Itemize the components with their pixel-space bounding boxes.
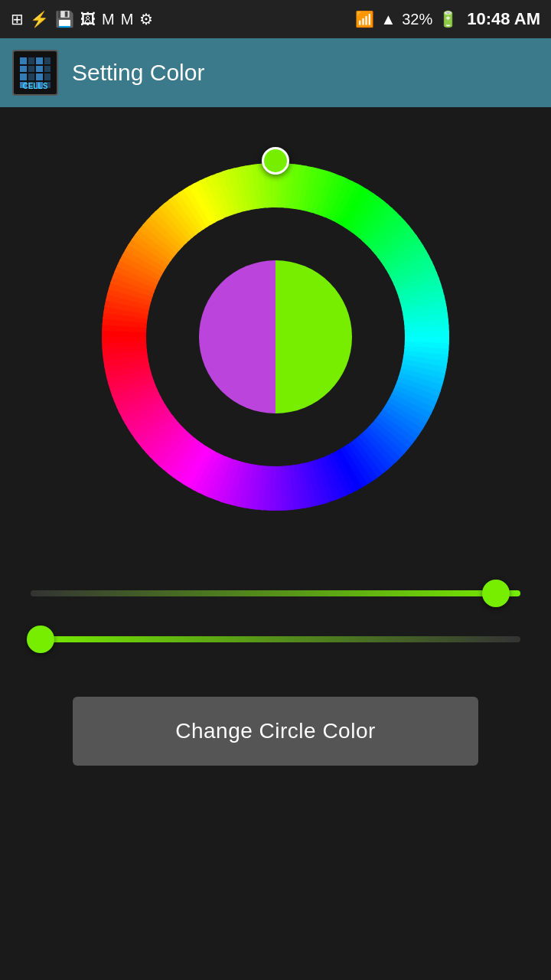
grid-cell — [36, 66, 43, 73]
main-content: Change Circle Color — [0, 107, 551, 796]
color-wheel-handle[interactable] — [262, 147, 289, 175]
slider-2-wrapper[interactable] — [31, 620, 520, 658]
slider-2-track[interactable] — [31, 636, 520, 642]
color-preview-circle — [199, 260, 352, 413]
grid-cell — [44, 66, 51, 73]
image-icon: 🖼 — [80, 11, 96, 28]
grid-cell — [28, 74, 35, 80]
battery-percentage: 32% — [402, 11, 432, 28]
wifi-icon: 📶 — [355, 10, 374, 28]
slider-1-wrapper[interactable] — [31, 574, 520, 612]
color-preview-new — [276, 260, 352, 413]
app-bar: CELLS Setting Color — [0, 38, 551, 107]
save-icon: 💾 — [55, 10, 74, 28]
status-bar: ⊞ ⚡ 💾 🖼 M M ⚙ 📶 ▲ 32% 🔋 10:48 AM — [0, 0, 551, 38]
status-bar-right-icons: 📶 ▲ 32% 🔋 10:48 AM — [355, 9, 540, 29]
grid-cell — [28, 57, 35, 64]
slider-1-thumb[interactable] — [482, 580, 510, 607]
gmail-icon: M — [102, 11, 115, 28]
grid-cell — [44, 74, 51, 80]
app-icon: CELLS — [12, 50, 58, 96]
app-icon-label: CELLS — [23, 82, 48, 91]
gmail2-icon: M — [121, 11, 134, 28]
status-time: 10:48 AM — [467, 9, 540, 29]
grid-cell — [20, 74, 27, 80]
grid-cell — [36, 57, 43, 64]
grid-cell — [28, 66, 35, 73]
slider-1-track[interactable] — [31, 590, 520, 596]
status-bar-left-icons: ⊞ ⚡ 💾 🖼 M M ⚙ — [11, 10, 153, 28]
signal-icon: ▲ — [380, 11, 396, 28]
grid-cell — [20, 57, 27, 64]
grid-cell — [44, 57, 51, 64]
slider-2-thumb[interactable] — [27, 626, 54, 653]
battery-icon: 🔋 — [439, 10, 458, 28]
grid-cell — [36, 74, 43, 80]
add-icon: ⊞ — [11, 10, 24, 28]
bluetooth-icon: ⚙ — [139, 10, 153, 28]
color-wheel-container[interactable] — [77, 138, 474, 536]
usb-icon: ⚡ — [30, 10, 49, 28]
change-circle-color-button[interactable]: Change Circle Color — [73, 697, 478, 766]
color-preview-old — [199, 260, 276, 413]
app-title: Setting Color — [72, 60, 204, 86]
grid-cell — [20, 66, 27, 73]
slider-section — [31, 567, 520, 666]
